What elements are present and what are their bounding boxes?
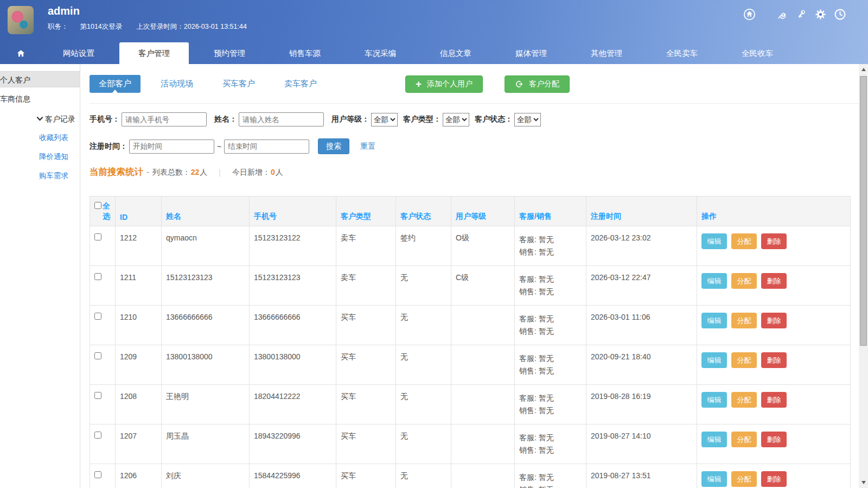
name-input[interactable]: [239, 112, 324, 126]
cell-actions: 编辑分配删除: [697, 266, 851, 306]
customer-tab[interactable]: 买车客户: [213, 75, 264, 93]
end-time-input[interactable]: [224, 140, 309, 154]
phone-input[interactable]: [122, 112, 207, 126]
home-circle-icon[interactable]: [743, 8, 756, 21]
edit-button[interactable]: 编辑: [701, 273, 727, 289]
customer-status-select[interactable]: 全部: [514, 113, 541, 126]
delete-button[interactable]: 删除: [761, 352, 787, 368]
row-checkbox[interactable]: [94, 233, 101, 240]
user-level-select[interactable]: 全部: [371, 113, 398, 126]
name-label: 姓名：: [214, 115, 237, 124]
table-row: 12101366666666613666666666买车无客服: 暂无销售: 暂…: [90, 306, 851, 345]
add-personal-user-button[interactable]: + 添加个人用户: [405, 75, 483, 93]
scrollbar-down-arrow[interactable]: [859, 478, 868, 487]
search-button[interactable]: 搜索: [318, 138, 349, 154]
row-checkbox[interactable]: [94, 392, 101, 399]
customer-tab[interactable]: 活动现场: [151, 75, 202, 93]
sidebar-item[interactable]: 车商信息: [0, 91, 80, 107]
cell-register-time: 2019-08-27 14:10: [586, 424, 697, 464]
cell-type: 卖车: [336, 266, 396, 306]
cell-name: 王艳明: [162, 385, 250, 424]
main-nav: 网站设置客户管理预约管理销售车源车况采编信息文章媒体管理其他管理全民卖车全民收车: [0, 42, 868, 64]
delete-button[interactable]: 删除: [761, 392, 787, 408]
delete-button[interactable]: 删除: [761, 432, 787, 447]
cell-actions: 编辑分配删除: [697, 385, 851, 424]
cell-level: [451, 424, 515, 464]
delete-button[interactable]: 删除: [761, 233, 787, 249]
vertical-scrollbar[interactable]: [859, 64, 868, 488]
key-icon[interactable]: [795, 8, 807, 21]
assign-button[interactable]: 分配: [731, 432, 757, 447]
customer-table: 全选 ID姓名手机号客户类型客户状态用户等级客服/销售注册时间操作 1212qy…: [90, 196, 851, 488]
nav-item[interactable]: 媒体管理: [496, 42, 566, 64]
nav-item[interactable]: 网站设置: [44, 42, 113, 64]
nav-item[interactable]: 信息文章: [421, 42, 490, 64]
row-checkbox[interactable]: [94, 313, 101, 320]
row-checkbox[interactable]: [94, 471, 101, 478]
assign-button[interactable]: 分配: [731, 233, 757, 249]
row-checkbox[interactable]: [94, 352, 101, 359]
cell-name: qymaocn: [162, 226, 250, 266]
assign-button[interactable]: 分配: [731, 273, 757, 289]
row-checkbox[interactable]: [94, 432, 101, 439]
edit-button[interactable]: 编辑: [701, 392, 727, 408]
start-time-input[interactable]: [129, 140, 214, 154]
cell-name: 15123123123: [162, 266, 250, 306]
cell-actions: 编辑分配删除: [697, 424, 851, 464]
nav-item[interactable]: 客户管理: [119, 42, 189, 64]
assign-button[interactable]: 分配: [731, 352, 757, 368]
cell-service-sales: 客服: 暂无销售: 暂无: [515, 345, 586, 385]
edit-button[interactable]: 编辑: [701, 352, 727, 368]
cell-service-sales: 客服: 暂无销售: 暂无: [515, 226, 586, 266]
select-all-checkbox[interactable]: [94, 202, 101, 209]
cell-level: O级: [451, 226, 515, 266]
nav-item[interactable]: 车况采编: [346, 42, 415, 64]
cell-status: 无: [396, 424, 451, 464]
reset-link[interactable]: 重置: [360, 142, 375, 151]
delete-button[interactable]: 删除: [761, 471, 787, 487]
cell-type: 买车: [336, 424, 396, 464]
sidebar-item[interactable]: 购车需求: [0, 168, 80, 184]
cell-phone: 18943220996: [250, 424, 336, 464]
sidebar-item[interactable]: 收藏列表: [0, 130, 80, 146]
edit-button[interactable]: 编辑: [701, 233, 727, 249]
edit-button[interactable]: 编辑: [701, 471, 727, 487]
sidebar-item[interactable]: 客户记录: [0, 110, 80, 126]
cell-service-sales: 客服: 暂无销售: 暂无: [515, 464, 586, 488]
delete-button[interactable]: 删除: [761, 273, 787, 289]
assign-button[interactable]: 分配: [731, 313, 757, 328]
customer-tab[interactable]: 全部客户: [90, 75, 141, 93]
assign-button[interactable]: 分配: [731, 392, 757, 408]
scrollbar-thumb[interactable]: [860, 76, 867, 346]
user-level-label: 用户等级：: [331, 115, 369, 124]
edit-button[interactable]: 编辑: [701, 313, 727, 328]
customer-tab[interactable]: 卖车客户: [275, 75, 326, 93]
gear-icon[interactable]: [814, 8, 827, 21]
nav-item[interactable]: 其他管理: [572, 42, 641, 64]
clear-cache-spiral-icon[interactable]: [775, 8, 788, 21]
total-label: 列表总数：: [152, 168, 190, 178]
nav-home-icon[interactable]: [16, 42, 25, 64]
nav-item[interactable]: 全民卖车: [647, 42, 717, 64]
cell-service-sales: 客服: 暂无销售: 暂无: [515, 385, 586, 424]
sidebar-item[interactable]: 个人客户: [0, 71, 80, 87]
scrollbar-up-arrow[interactable]: [859, 65, 868, 74]
nav-item[interactable]: 销售车源: [270, 42, 340, 64]
assign-button[interactable]: 分配: [731, 471, 757, 487]
cell-name: 刘庆: [162, 464, 250, 488]
delete-button[interactable]: 删除: [761, 313, 787, 328]
today-label: 今日新增：: [232, 168, 270, 178]
nav-item[interactable]: 预约管理: [195, 42, 264, 64]
edit-button[interactable]: 编辑: [701, 432, 727, 447]
cell-phone: 15844225996: [250, 464, 336, 488]
row-checkbox[interactable]: [94, 273, 101, 280]
nav-item[interactable]: 全民收车: [723, 42, 792, 64]
customer-assign-button[interactable]: 客户分配: [505, 75, 570, 93]
cell-register-time: 2026-03-12 22:47: [586, 266, 697, 306]
avatar: [8, 6, 34, 34]
clock-icon[interactable]: [834, 8, 846, 21]
sidebar-item[interactable]: 降价通知: [0, 149, 80, 165]
cell-actions: 编辑分配删除: [697, 345, 851, 385]
column-header: 客户类型: [336, 197, 396, 226]
customer-type-select[interactable]: 全部: [443, 113, 469, 126]
